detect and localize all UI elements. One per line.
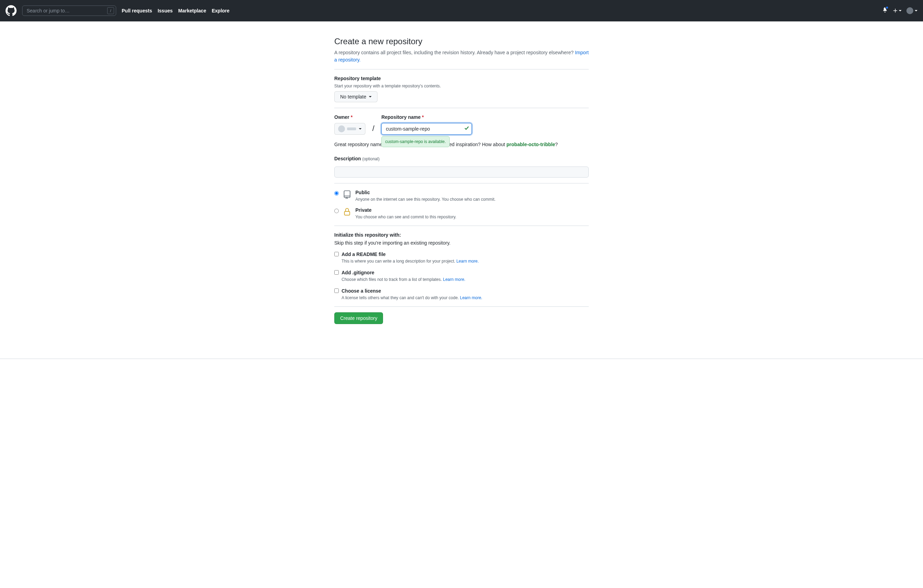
divider (334, 306, 589, 307)
svg-rect-0 (344, 191, 350, 198)
description-field: Description (optional) (334, 155, 589, 178)
readme-desc: This is where you can write a long descr… (342, 258, 479, 264)
readme-learn-more-link[interactable]: Learn more. (456, 259, 479, 264)
inspiration-line: Great repository names are short and mem… (334, 141, 589, 148)
readme-checkbox[interactable] (334, 252, 339, 256)
repo-icon (342, 189, 352, 199)
owner-name-placeholder (347, 128, 356, 130)
create-new-menu[interactable] (893, 8, 902, 13)
slash-separator: / (372, 114, 374, 134)
template-button-label: No template (340, 94, 366, 100)
lock-icon (342, 206, 352, 216)
readme-title: Add a README file (342, 251, 479, 258)
notification-dot-icon (885, 6, 889, 9)
search-wrap: / (22, 5, 116, 16)
divider (334, 69, 589, 69)
public-desc: Anyone on the internet can see this repo… (355, 196, 495, 203)
caret-down-icon (369, 96, 372, 97)
check-icon (464, 125, 469, 133)
license-desc: A license tells others what they can and… (342, 295, 482, 301)
owner-field: Owner * (334, 114, 365, 135)
template-subtext: Start your repository with a template re… (334, 83, 589, 89)
gitignore-checkbox[interactable] (334, 270, 339, 275)
visibility-public-option: Public Anyone on the internet can see th… (334, 189, 589, 203)
private-title: Private (355, 206, 456, 214)
caret-down-icon (899, 10, 902, 11)
gitignore-title: Add .gitignore (342, 269, 465, 277)
public-title: Public (355, 189, 495, 196)
description-label: Description (optional) (334, 155, 589, 162)
notifications-button[interactable] (882, 7, 888, 15)
availability-tooltip: custom-sample-repo is available. (381, 136, 449, 147)
repo-name-field: Repository name * custom-sample-repo is … (381, 114, 472, 135)
footer-divider (0, 359, 923, 359)
private-radio[interactable] (334, 209, 339, 213)
gitignore-option: Add .gitignore Choose which files not to… (334, 269, 589, 283)
header-right (882, 7, 918, 15)
gitignore-desc: Choose which files not to track from a l… (342, 277, 465, 283)
nav-pull-requests[interactable]: Pull requests (122, 7, 152, 15)
divider (334, 108, 589, 108)
owner-label: Owner * (334, 114, 365, 121)
required-asterisk: * (422, 115, 424, 120)
nav-issues[interactable]: Issues (158, 7, 173, 15)
repo-name-input[interactable] (381, 123, 472, 135)
nav-marketplace[interactable]: Marketplace (178, 7, 206, 15)
visibility-private-option: Private You choose who can see and commi… (334, 206, 589, 220)
description-input[interactable] (334, 167, 589, 178)
license-option: Choose a license A license tells others … (334, 287, 589, 301)
user-menu[interactable] (907, 7, 918, 14)
user-avatar (907, 7, 913, 14)
main-container: Create a new repository A repository con… (329, 21, 594, 345)
page-title: Create a new repository (334, 35, 589, 47)
required-asterisk: * (350, 115, 352, 120)
page-subtitle: A repository contains all project files,… (334, 49, 589, 64)
license-checkbox[interactable] (334, 288, 339, 293)
suggested-name-link[interactable]: probable-octo-tribble (506, 142, 555, 147)
subtitle-text: A repository contains all project files,… (334, 50, 575, 55)
github-logo[interactable] (5, 5, 16, 16)
svg-rect-1 (344, 211, 350, 215)
caret-down-icon (359, 128, 361, 129)
divider (334, 183, 589, 183)
repo-name-label: Repository name * (381, 114, 472, 121)
readme-option: Add a README file This is where you can … (334, 251, 589, 264)
create-repository-button[interactable]: Create repository (334, 312, 383, 324)
public-radio[interactable] (334, 191, 339, 195)
plus-icon (893, 8, 898, 13)
global-header: / Pull requests Issues Marketplace Explo… (0, 0, 923, 21)
template-select-button[interactable]: No template (334, 91, 378, 102)
caret-down-icon (915, 10, 918, 11)
init-heading: Initialize this repository with: (334, 231, 589, 239)
template-heading: Repository template (334, 75, 589, 82)
nav-links: Pull requests Issues Marketplace Explore (122, 7, 230, 15)
optional-hint: (optional) (362, 157, 379, 161)
template-section: Repository template Start your repositor… (334, 75, 589, 102)
divider (334, 226, 589, 226)
gitignore-learn-more-link[interactable]: Learn more. (443, 277, 465, 282)
search-slash-hint: / (107, 7, 114, 14)
owner-repo-row: Owner * / Repository name * custom-sampl… (334, 114, 589, 135)
search-input[interactable] (22, 5, 116, 16)
init-subtext: Skip this step if you're importing an ex… (334, 239, 589, 247)
license-title: Choose a license (342, 287, 482, 295)
private-desc: You choose who can see and commit to thi… (355, 214, 456, 220)
owner-select-button[interactable] (334, 123, 365, 135)
license-learn-more-link[interactable]: Learn more. (460, 295, 483, 300)
owner-avatar (338, 125, 345, 132)
nav-explore[interactable]: Explore (212, 7, 229, 15)
